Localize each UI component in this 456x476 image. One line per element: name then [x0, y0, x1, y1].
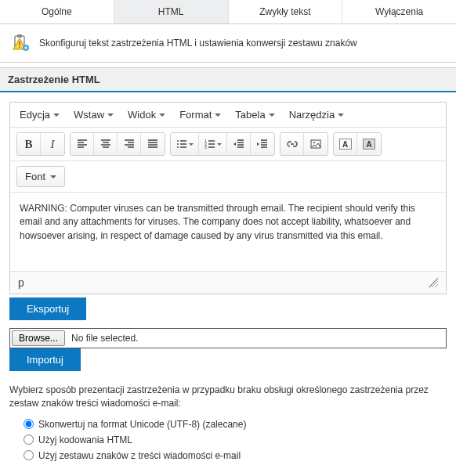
menu-insert[interactable]: Wstaw — [74, 109, 114, 121]
radio-label: Użyj zestawu znaków z treści wiadomości … — [38, 450, 241, 461]
charset-option-utf8[interactable]: Skonwertuj na format Unicode (UTF-8) (za… — [24, 416, 447, 432]
charset-options: Skonwertuj na format Unicode (UTF-8) (za… — [9, 416, 447, 463]
align-left-button[interactable] — [71, 133, 94, 155]
svg-marker-11 — [233, 142, 236, 146]
link-button[interactable] — [280, 133, 304, 155]
outdent-button[interactable] — [227, 133, 251, 155]
info-text: Skonfiguruj tekst zastrzeżenia HTML i us… — [39, 38, 357, 49]
charset-option-htmlenc[interactable]: Użyj kodowania HTML — [24, 432, 447, 448]
radio-label: Skonwertuj na format Unicode (UTF-8) (za… — [38, 419, 246, 430]
image-button[interactable] — [304, 133, 328, 155]
menu-format[interactable]: Format — [179, 109, 221, 121]
tabs-bar: Ogólne HTML Zwykły tekst Wyłączenia — [0, 0, 456, 24]
tab-general[interactable]: Ogólne — [0, 0, 114, 23]
align-justify-button[interactable] — [141, 133, 165, 155]
svg-text:3: 3 — [204, 145, 207, 150]
charset-option-bodycharset[interactable]: Użyj zestawu znaków z treści wiadomości … — [24, 448, 447, 463]
align-right-button[interactable] — [118, 133, 141, 155]
export-button[interactable]: Eksportuj — [9, 298, 86, 320]
editor-content[interactable]: WARNING: Computer viruses can be transmi… — [10, 193, 446, 271]
tab-html[interactable]: HTML — [114, 0, 229, 23]
svg-point-14 — [313, 142, 315, 143]
menu-view[interactable]: Widok — [128, 109, 165, 121]
svg-point-7 — [177, 146, 179, 148]
info-row: ! Skonfiguruj tekst zastrzeżenia HTML i … — [0, 24, 456, 63]
menu-edit[interactable]: Edycja — [20, 109, 60, 121]
text-color-button[interactable]: A — [334, 133, 357, 155]
svg-rect-1 — [17, 34, 22, 38]
file-picker-row: Browse... No file selected. — [9, 328, 447, 348]
resize-grip-icon[interactable] — [429, 278, 438, 287]
chevron-down-icon — [338, 114, 344, 117]
chevron-down-icon — [53, 114, 60, 117]
clipboard-warning-icon: ! — [11, 34, 30, 52]
chevron-down-icon — [217, 143, 222, 146]
radio-utf8[interactable] — [24, 419, 34, 429]
import-button[interactable]: Importuj — [9, 348, 81, 371]
file-status-text: No file selected. — [71, 333, 138, 344]
font-select[interactable]: Font — [16, 166, 65, 187]
highlight-button[interactable]: A — [357, 133, 381, 155]
tab-plaintext[interactable]: Zwykły tekst — [229, 0, 343, 23]
status-path[interactable]: p — [18, 276, 24, 289]
bold-button[interactable]: B — [17, 133, 41, 155]
italic-button[interactable]: I — [41, 133, 64, 155]
chevron-down-icon — [215, 114, 221, 117]
chevron-down-icon — [107, 114, 114, 117]
svg-point-5 — [177, 140, 179, 142]
tab-exclusions[interactable]: Wyłączenia — [342, 0, 456, 23]
chevron-down-icon — [269, 114, 275, 117]
browse-button[interactable]: Browse... — [12, 330, 65, 346]
indent-button[interactable] — [251, 133, 274, 155]
menu-tools[interactable]: Narzędzia — [289, 109, 345, 121]
section-title: Zastrzeżenie HTML — [0, 67, 456, 92]
chevron-down-icon — [50, 175, 56, 178]
align-center-button[interactable] — [94, 133, 118, 155]
svg-marker-12 — [257, 142, 259, 146]
svg-text:!: ! — [18, 41, 20, 49]
bullet-list-button[interactable] — [171, 133, 199, 155]
editor-toolbar: B I 123 A A — [10, 128, 446, 161]
html-editor: Edycja Wstaw Widok Format Tabela Narzędz… — [9, 102, 447, 294]
chevron-down-icon — [159, 114, 165, 117]
chevron-down-icon — [189, 143, 194, 146]
radio-bodycharset[interactable] — [24, 450, 34, 460]
radio-htmlenc[interactable] — [24, 435, 34, 445]
charset-help-text: Wybierz sposób prezentacji zastrzeżenia … — [9, 384, 447, 410]
editor-statusbar: p — [10, 271, 446, 294]
number-list-button[interactable]: 123 — [199, 133, 227, 155]
menu-table[interactable]: Tabela — [235, 109, 274, 121]
radio-label: Użyj kodowania HTML — [38, 435, 132, 445]
svg-point-6 — [177, 143, 179, 145]
editor-menubar: Edycja Wstaw Widok Format Tabela Narzędz… — [10, 103, 446, 128]
